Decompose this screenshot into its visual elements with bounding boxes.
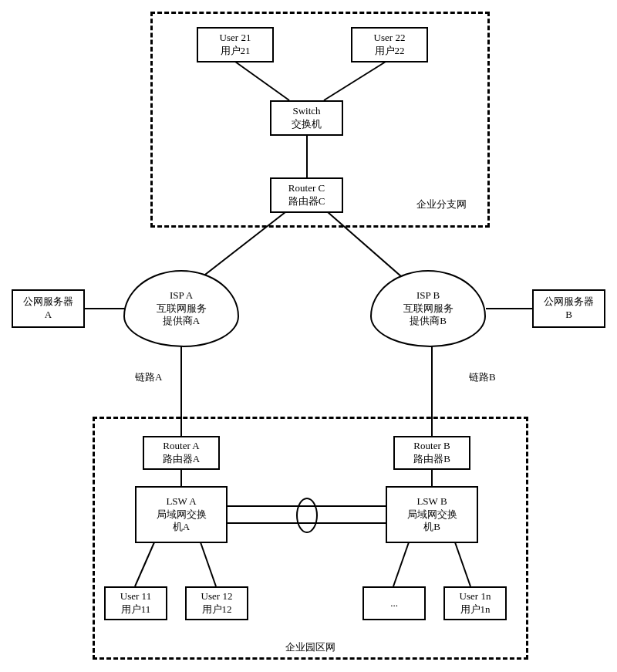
server-b-line1: 公网服务器 xyxy=(544,295,594,309)
isp-b-cloud: ISP B 互联网服务 提供商B xyxy=(370,270,486,347)
lsw-a-en: LSW A xyxy=(166,495,196,508)
switch-box: Switch 交换机 xyxy=(270,100,343,136)
isp-b-en: ISP B xyxy=(416,289,440,302)
router-c-en: Router C xyxy=(288,182,325,195)
link-aggregation-icon xyxy=(296,498,318,533)
users-ellipsis: ... xyxy=(390,597,398,610)
user1n-zh: 用户1n xyxy=(460,603,491,616)
user1n-en: User 1n xyxy=(460,590,491,603)
user11-zh: 用户11 xyxy=(121,603,151,616)
lsw-b-box: LSW B 局域网交换 机B xyxy=(386,486,478,543)
router-a-en: Router A xyxy=(163,440,199,453)
router-c-zh: 路由器C xyxy=(288,195,325,208)
lsw-a-box: LSW A 局域网交换 机A xyxy=(135,486,228,543)
lsw-b-zh2: 机B xyxy=(423,521,440,534)
lsw-b-en: LSW B xyxy=(416,495,447,508)
router-b-en: Router B xyxy=(413,440,450,453)
isp-a-cloud: ISP A 互联网服务 提供商A xyxy=(123,270,239,347)
user11-en: User 11 xyxy=(120,590,151,603)
router-b-zh: 路由器B xyxy=(413,453,450,466)
user22-en: User 22 xyxy=(374,32,406,45)
link-b-label: 链路B xyxy=(469,370,496,384)
public-server-b-box: 公网服务器 B xyxy=(532,289,605,328)
user12-zh: 用户12 xyxy=(202,603,232,616)
user11-box: User 11 用户11 xyxy=(104,586,167,620)
user12-en: User 12 xyxy=(201,590,233,603)
user21-en: User 21 xyxy=(220,32,251,45)
router-a-box: Router A 路由器A xyxy=(143,436,220,470)
users-ellipsis-box: ... xyxy=(362,586,426,620)
router-c-box: Router C 路由器C xyxy=(270,177,343,213)
user12-box: User 12 用户12 xyxy=(185,586,248,620)
link-a-label: 链路A xyxy=(135,370,162,384)
isp-b-zh2: 提供商B xyxy=(410,315,447,328)
isp-a-zh2: 提供商A xyxy=(163,315,200,328)
server-a-line2: A xyxy=(45,309,52,322)
campus-network-label: 企业园区网 xyxy=(285,640,335,654)
isp-a-en: ISP A xyxy=(170,289,193,302)
lsw-b-zh1: 局域网交换 xyxy=(407,508,457,522)
user22-box: User 22 用户22 xyxy=(351,27,428,62)
lsw-a-zh1: 局域网交换 xyxy=(157,508,207,522)
public-server-a-box: 公网服务器 A xyxy=(12,289,85,328)
switch-zh: 交换机 xyxy=(292,118,322,131)
branch-network-label: 企业分支网 xyxy=(416,198,467,211)
switch-en: Switch xyxy=(292,105,320,118)
isp-b-zh1: 互联网服务 xyxy=(403,302,453,316)
isp-a-zh1: 互联网服务 xyxy=(157,302,207,316)
server-b-line2: B xyxy=(565,309,572,322)
lsw-a-zh2: 机A xyxy=(173,521,190,534)
router-a-zh: 路由器A xyxy=(163,453,200,466)
user21-box: User 21 用户21 xyxy=(197,27,274,62)
user1n-box: User 1n 用户1n xyxy=(443,586,507,620)
router-b-box: Router B 路由器B xyxy=(393,436,470,470)
user22-zh: 用户22 xyxy=(375,45,405,58)
user21-zh: 用户21 xyxy=(221,45,251,58)
server-a-line1: 公网服务器 xyxy=(23,295,73,309)
